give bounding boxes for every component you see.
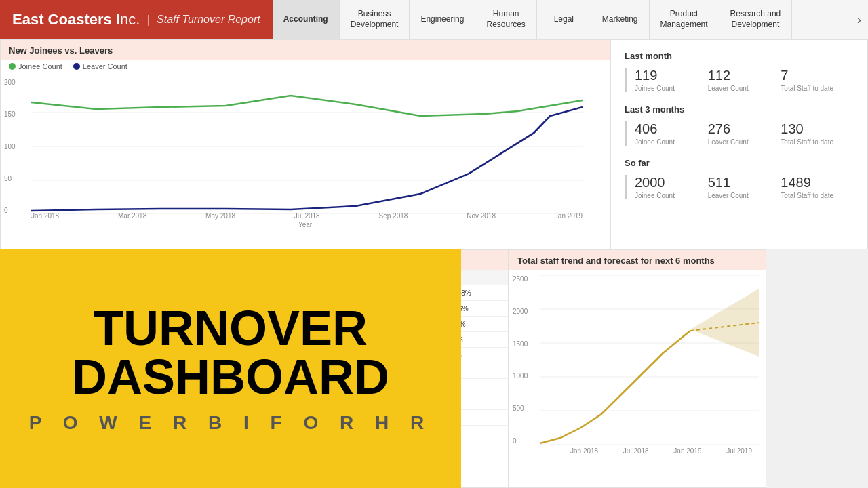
- so-far-title: So far: [625, 158, 854, 168]
- trend-chart-panel: Total staff trend and forecast for next …: [509, 249, 766, 488]
- last-month-leaver-label: Leaver Count: [708, 85, 781, 92]
- last-month-total-value: 7: [781, 68, 854, 83]
- last-3-total: 130 Total Staff to date: [781, 121, 854, 146]
- last-month-section: Last month 119 Joinee Count 112 Leaver C…: [625, 51, 854, 92]
- tab-business-development[interactable]: BusinessDevelopment: [340, 0, 410, 39]
- legend-joinee: Joinee Count: [9, 62, 62, 70]
- logo-strong: East Coasters Inc.: [12, 11, 140, 28]
- so-far-leaver-label: Leaver Count: [708, 192, 781, 199]
- so-far-joinee: 2000 Joinee Count: [635, 175, 708, 199]
- last-3-months-row: 406 Joinee Count 276 Leaver Count 130 To…: [625, 121, 854, 146]
- last-3-leaver: 276 Leaver Count: [708, 121, 781, 146]
- trend-x-axis: Jan 2018 Jul 2018 Jan 2019 Jul 2019: [540, 447, 759, 455]
- last-month-joinee: 119 Joinee Count: [635, 68, 708, 92]
- tab-engineering[interactable]: Engineering: [410, 0, 475, 39]
- so-far-total: 1489 Total Staff to date: [781, 175, 854, 199]
- last-month-joinee-label: Joinee Count: [635, 85, 708, 92]
- overlay: TURNOVER DASHBOARD P O W E R B I F O R H…: [0, 249, 461, 488]
- last-month-leaver-value: 112: [708, 68, 781, 83]
- stats-panel: Last month 119 Joinee Count 112 Leaver C…: [610, 39, 868, 249]
- joinee-leavers-chart: New Joinees vs. Leavers Joinee Count Lea…: [0, 39, 610, 249]
- last-3-leaver-label: Leaver Count: [708, 138, 781, 146]
- trend-svg: [540, 275, 759, 445]
- so-far-total-value: 1489: [781, 175, 854, 190]
- last-month-total: 7 Total Staff to date: [781, 68, 854, 92]
- line-chart-svg: [31, 79, 583, 214]
- last-3-months-title: Last 3 months: [625, 104, 854, 115]
- so-far-joinee-value: 2000: [635, 175, 708, 190]
- last-3-months-section: Last 3 months 406 Joinee Count 276 Leave…: [625, 104, 854, 146]
- line-chart-area: 200 150 100 50 0: [1, 72, 610, 228]
- so-far-row: 2000 Joinee Count 511 Leaver Count 1489 …: [625, 175, 854, 199]
- header: East Coasters Inc. | Staff Turnover Repo…: [0, 0, 868, 39]
- last-3-joinee-label: Joinee Count: [635, 138, 708, 146]
- tab-product-management[interactable]: ProductManagement: [650, 0, 719, 39]
- tab-human-resources[interactable]: HumanResources: [475, 0, 536, 39]
- last-3-total-value: 130: [781, 121, 854, 137]
- last-month-joinee-value: 119: [635, 68, 708, 83]
- joinee-dot: [9, 63, 16, 70]
- last-3-total-label: Total Staff to date: [781, 138, 854, 146]
- logo: East Coasters Inc. | Staff Turnover Repo…: [0, 0, 273, 39]
- joinee-label: Joinee Count: [18, 62, 62, 70]
- nav-tabs: Accounting BusinessDevelopment Engineeri…: [273, 0, 850, 39]
- last-month-total-label: Total Staff to date: [781, 85, 854, 92]
- tab-accounting[interactable]: Accounting: [273, 0, 340, 39]
- so-far-leaver: 511 Leaver Count: [708, 175, 781, 199]
- chart-legend: Joinee Count Leaver Count: [1, 60, 610, 72]
- last-3-leaver-value: 276: [708, 121, 781, 137]
- svg-marker-11: [690, 289, 759, 357]
- last-month-title: Last month: [625, 51, 854, 61]
- last-3-joinee-value: 406: [635, 121, 708, 137]
- leaver-dot: [73, 63, 80, 70]
- y-axis: 200 150 100 50 0: [4, 79, 16, 214]
- trend-title: Total staff trend and forecast for next …: [509, 250, 766, 270]
- so-far-total-label: Total Staff to date: [781, 192, 854, 199]
- last-month-row: 119 Joinee Count 112 Leaver Count 7 Tota…: [625, 68, 854, 92]
- logo-divider: |: [146, 13, 150, 27]
- tab-legal[interactable]: Legal: [537, 0, 591, 39]
- leaver-label: Leaver Count: [83, 62, 127, 70]
- trend-chart-area: 2500 2000 1500 1000 500 0: [509, 270, 766, 466]
- last-3-joinee: 406 Joinee Count: [635, 121, 708, 146]
- joinee-leavers-title: New Joinees vs. Leavers: [1, 40, 610, 60]
- tab-research-development[interactable]: Research andDevelopment: [719, 0, 793, 39]
- so-far-leaver-value: 511: [708, 175, 781, 190]
- nav-next-arrow[interactable]: ›: [850, 0, 868, 39]
- last-month-leaver: 112 Leaver Count: [708, 68, 781, 92]
- tab-marketing[interactable]: Marketing: [591, 0, 650, 39]
- overlay-subtitle: P O W E R B I F O R H R: [29, 412, 432, 434]
- logo-subtitle: Staff Turnover Report: [157, 14, 260, 26]
- legend-leaver: Leaver Count: [73, 62, 127, 70]
- x-axis: Jan 2018 Mar 2018 May 2018 Jul 2018 Sep …: [31, 212, 583, 220]
- trend-y-axis: 2500 2000 1500 1000 500 0: [513, 275, 528, 445]
- so-far-section: So far 2000 Joinee Count 511 Leaver Coun…: [625, 158, 854, 199]
- overlay-title: TURNOVER DASHBOARD: [72, 304, 389, 401]
- so-far-joinee-label: Joinee Count: [635, 192, 708, 199]
